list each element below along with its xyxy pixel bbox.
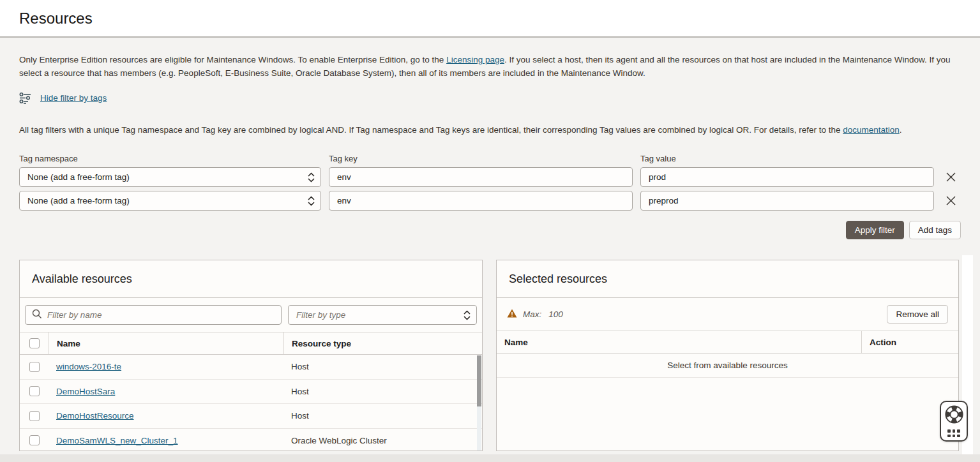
hide-filter-by-tags-link[interactable]: Hide filter by tags bbox=[40, 93, 107, 103]
table-row: windows-2016-te Host bbox=[20, 355, 482, 380]
table-row: DemoHostSara Host bbox=[20, 380, 482, 405]
table-row: DemoHostResource Host bbox=[20, 404, 482, 429]
row-checkbox[interactable] bbox=[29, 435, 40, 445]
available-resources-panel: Available resources Filter by type bbox=[19, 260, 483, 451]
max-note: Max: 100 bbox=[507, 309, 563, 320]
available-table-body: windows-2016-te Host DemoHostSara Host D… bbox=[20, 355, 482, 451]
table-row: DemoSamWLS_new_Cluster_1 Oracle WebLogic… bbox=[20, 429, 482, 452]
filter-by-type-select[interactable]: Filter by type bbox=[288, 305, 477, 325]
help-widget-button[interactable] bbox=[940, 401, 968, 442]
content-area: Only Enterprise Edition resources are el… bbox=[0, 38, 980, 451]
resource-type: Oracle WebLogic Cluster bbox=[283, 436, 482, 445]
filter-by-name-input[interactable] bbox=[47, 310, 275, 320]
resource-panels: Available resources Filter by type bbox=[19, 260, 961, 451]
remove-tag-filter-icon[interactable] bbox=[944, 194, 958, 208]
resource-name-link[interactable]: DemoHostSara bbox=[56, 387, 115, 396]
tag-info-before: All tag filters with a unique Tag namesp… bbox=[19, 125, 843, 135]
tag-value-input[interactable] bbox=[640, 167, 934, 187]
sliders-filter-icon bbox=[19, 92, 32, 104]
resource-name-link[interactable]: windows-2016-te bbox=[56, 362, 121, 371]
row-checkbox[interactable] bbox=[29, 362, 40, 372]
tag-namespace-select-value: None (add a free-form tag) bbox=[27, 172, 130, 182]
column-header-name: Name bbox=[49, 332, 283, 354]
tag-namespace-select[interactable]: None (add a free-form tag) bbox=[19, 191, 321, 211]
selected-toolbar: Max: 100 Remove all bbox=[497, 298, 958, 331]
selected-table-header: Name Action bbox=[497, 331, 958, 354]
available-table-header: Name Resource type bbox=[20, 332, 482, 355]
tag-namespace-select[interactable]: None (add a free-form tag) bbox=[19, 167, 321, 187]
add-tags-button[interactable]: Add tags bbox=[909, 221, 961, 239]
max-label: Max: bbox=[523, 309, 541, 319]
filter-by-type-placeholder: Filter by type bbox=[296, 310, 345, 320]
licensing-page-link[interactable]: Licensing page bbox=[446, 55, 504, 64]
bottom-strip bbox=[0, 454, 980, 462]
column-header-resource-type: Resource type bbox=[283, 332, 482, 354]
tag-namespace-label: Tag namespace bbox=[19, 154, 321, 163]
filter-actions: Apply filter Add tags bbox=[19, 221, 961, 239]
page-title: Resources bbox=[19, 10, 93, 27]
row-checkbox[interactable] bbox=[29, 411, 40, 421]
tag-key-input[interactable] bbox=[329, 191, 633, 211]
tag-value-input[interactable] bbox=[640, 191, 934, 211]
tag-namespace-select-value: None (add a free-form tag) bbox=[27, 196, 130, 205]
tag-key-input[interactable] bbox=[329, 167, 633, 187]
documentation-link[interactable]: documentation bbox=[843, 125, 900, 135]
intro-text: Only Enterprise Edition resources are el… bbox=[19, 38, 961, 80]
column-header-action: Action bbox=[861, 331, 958, 353]
intro-text-before: Only Enterprise Edition resources are el… bbox=[19, 55, 446, 64]
available-filters: Filter by type bbox=[20, 298, 482, 332]
tag-value-label: Tag value bbox=[640, 154, 934, 163]
tag-filter-info: All tag filters with a unique Tag namesp… bbox=[19, 124, 961, 137]
life-ring-icon bbox=[945, 405, 963, 426]
resource-type: Host bbox=[283, 362, 482, 371]
remove-all-button[interactable]: Remove all bbox=[887, 305, 948, 324]
selected-resources-title: Selected resources bbox=[497, 260, 958, 298]
table-scrollbar[interactable] bbox=[477, 355, 481, 451]
column-header-name: Name bbox=[497, 331, 861, 353]
resource-type: Host bbox=[283, 411, 482, 421]
tag-info-after: . bbox=[900, 125, 902, 135]
remove-tag-filter-icon[interactable] bbox=[944, 170, 958, 184]
selected-resources-panel: Selected resources Max: 100 Remove all N… bbox=[496, 260, 959, 451]
row-checkbox[interactable] bbox=[29, 386, 40, 396]
available-resources-title: Available resources bbox=[20, 260, 482, 298]
selected-empty-state: Select from available resources bbox=[497, 354, 958, 378]
chevron-updown-icon bbox=[464, 310, 471, 322]
filter-toggle-row: Hide filter by tags bbox=[19, 92, 961, 104]
resource-name-link[interactable]: DemoHostResource bbox=[56, 411, 134, 421]
select-all-checkbox[interactable] bbox=[29, 338, 40, 348]
search-icon bbox=[32, 309, 42, 322]
chevron-updown-icon bbox=[308, 172, 315, 184]
grid-dots-icon bbox=[947, 429, 960, 437]
filter-by-name-box[interactable] bbox=[25, 305, 282, 325]
resource-name-link[interactable]: DemoSamWLS_new_Cluster_1 bbox=[56, 436, 178, 445]
warning-icon bbox=[507, 309, 517, 320]
apply-filter-button[interactable]: Apply filter bbox=[846, 221, 904, 239]
tag-filter-form: Tag namespace Tag key Tag value None (ad… bbox=[19, 154, 961, 211]
chevron-updown-icon bbox=[308, 196, 315, 208]
tag-key-label: Tag key bbox=[329, 154, 633, 163]
max-value: 100 bbox=[548, 309, 563, 319]
page-header: Resources bbox=[0, 0, 980, 38]
resource-type: Host bbox=[283, 387, 482, 396]
scrollbar-thumb[interactable] bbox=[477, 355, 481, 406]
